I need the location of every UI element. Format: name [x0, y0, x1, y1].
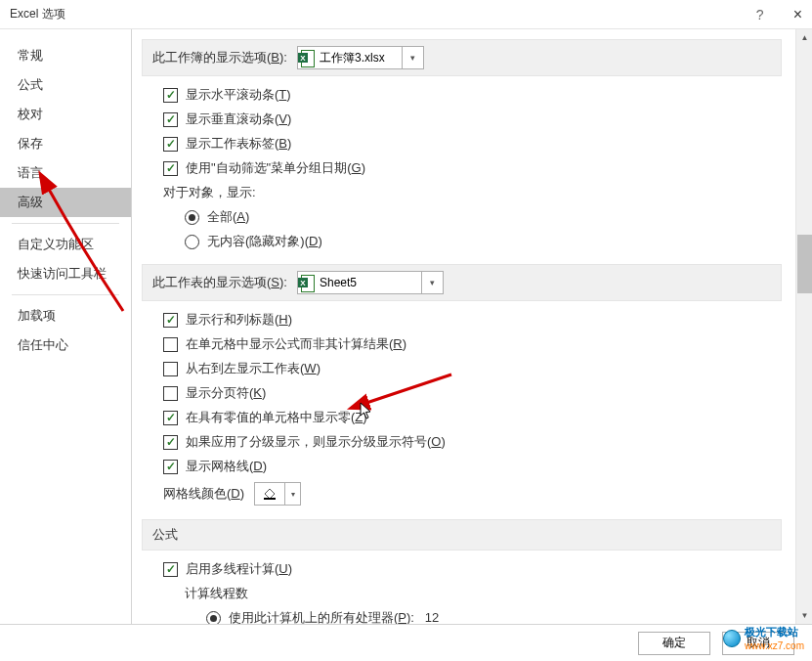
sidebar-item-trust-center[interactable]: 信任中心 — [0, 330, 131, 360]
section-formula-header: 公式 — [142, 519, 782, 551]
gridline-color-label: 网格线颜色(D) — [163, 485, 244, 503]
option-label: 全部(A) — [207, 208, 249, 226]
radio-all-processors[interactable]: 使用此计算机上的所有处理器(P): 12 — [163, 609, 782, 624]
scroll-up-icon[interactable]: ▲ — [796, 29, 812, 46]
section-workbook-header: 此工作簿的显示选项(B): 工作簿3.xlsx ▾ — [142, 39, 782, 76]
option-label: 显示分页符(K) — [186, 384, 266, 402]
checkbox[interactable] — [163, 313, 178, 328]
section-sheet-label: 此工作表的显示选项(S): — [152, 274, 287, 291]
option-show-gridlines[interactable]: 显示网格线(D) — [163, 458, 782, 475]
sidebar-separator — [12, 223, 119, 224]
option-row-col-headers[interactable]: 显示行和列标题(H) — [163, 311, 782, 329]
option-autofilter-group-dates[interactable]: 使用"自动筛选"菜单分组日期(G) — [163, 159, 782, 177]
ok-button[interactable]: 确定 — [638, 632, 710, 655]
option-page-breaks[interactable]: 显示分页符(K) — [163, 384, 782, 402]
option-outline-symbols[interactable]: 如果应用了分级显示，则显示分级显示符号(O) — [163, 433, 782, 451]
workbook-dropdown-value: 工作簿3.xlsx — [314, 50, 402, 66]
dialog-footer: 确定 取消 — [0, 624, 812, 661]
chevron-down-icon[interactable]: ▾ — [402, 47, 423, 68]
option-label: 使用"自动筛选"菜单分组日期(G) — [186, 159, 365, 177]
option-label: 启用多线程计算(U) — [186, 560, 292, 578]
option-horizontal-scrollbar[interactable]: 显示水平滚动条(T) — [163, 86, 782, 104]
checkbox[interactable] — [163, 562, 178, 577]
sidebar-separator — [12, 294, 119, 295]
radio-show-all-objects[interactable]: 全部(A) — [163, 208, 782, 226]
sidebar-item-language[interactable]: 语言 — [0, 158, 131, 188]
option-label: 显示工作表标签(B) — [186, 135, 291, 153]
sidebar-item-proofing[interactable]: 校对 — [0, 100, 131, 129]
option-label: 显示行和列标题(H) — [186, 311, 292, 329]
scroll-thumb[interactable] — [797, 235, 812, 293]
option-label: 显示垂直滚动条(V) — [186, 110, 291, 128]
sidebar-item-general[interactable]: 常规 — [0, 41, 131, 70]
checkbox[interactable] — [163, 435, 178, 450]
sidebar-item-formulas[interactable]: 公式 — [0, 70, 131, 100]
vertical-scrollbar[interactable]: ▲ ▼ — [795, 29, 812, 624]
option-label: 使用此计算机上的所有处理器(P): 12 — [229, 609, 439, 624]
radio[interactable] — [206, 611, 221, 625]
option-sheet-tabs[interactable]: 显示工作表标签(B) — [163, 135, 782, 153]
checkbox[interactable] — [163, 411, 178, 425]
sidebar-item-save[interactable]: 保存 — [0, 129, 131, 158]
section-workbook-label: 此工作簿的显示选项(B): — [152, 49, 287, 66]
workbook-dropdown[interactable]: 工作簿3.xlsx ▾ — [297, 46, 424, 69]
objects-display-label: 对于对象，显示: — [163, 184, 782, 201]
option-rtl-sheet[interactable]: 从右到左显示工作表(W) — [163, 360, 782, 377]
gridline-color-picker[interactable]: ▾ — [254, 482, 301, 506]
option-show-zero-values[interactable]: 在具有零值的单元格中显示零(Z) — [163, 409, 782, 426]
checkbox[interactable] — [163, 137, 178, 152]
option-label: 显示网格线(D) — [186, 458, 267, 475]
cancel-button[interactable]: 取消 — [722, 632, 794, 655]
excel-file-icon — [298, 50, 314, 66]
option-label: 如果应用了分级显示，则显示分级显示符号(O) — [186, 433, 446, 451]
option-label: 无内容(隐藏对象)(D) — [207, 233, 322, 250]
chevron-down-icon: ▾ — [284, 483, 300, 505]
checkbox[interactable] — [163, 112, 178, 127]
content-panel: 此工作簿的显示选项(B): 工作簿3.xlsx ▾ 显示水平滚动条(T) 显示垂… — [132, 29, 795, 624]
checkbox[interactable] — [163, 161, 178, 176]
sidebar-item-customize-ribbon[interactable]: 自定义功能区 — [0, 230, 131, 259]
chevron-down-icon[interactable]: ▾ — [421, 272, 443, 293]
option-label: 在单元格中显示公式而非其计算结果(R) — [186, 335, 406, 353]
sidebar: 常规 公式 校对 保存 语言 高级 自定义功能区 快速访问工具栏 加载项 信任中… — [0, 29, 132, 624]
checkbox[interactable] — [163, 460, 178, 474]
titlebar: Excel 选项 ? × — [0, 0, 812, 29]
checkbox[interactable] — [163, 88, 178, 103]
scroll-down-icon[interactable]: ▼ — [796, 607, 812, 624]
section-formula-title: 公式 — [152, 526, 178, 544]
radio[interactable] — [185, 210, 199, 225]
checkbox[interactable] — [163, 337, 178, 352]
window-title: Excel 选项 — [10, 6, 65, 22]
gridline-color-row: 网格线颜色(D) ▾ — [163, 482, 782, 506]
option-show-formulas[interactable]: 在单元格中显示公式而非其计算结果(R) — [163, 335, 782, 353]
checkbox[interactable] — [163, 362, 178, 376]
sidebar-item-quick-access[interactable]: 快速访问工具栏 — [0, 259, 131, 288]
sidebar-item-advanced[interactable]: 高级 — [0, 188, 131, 217]
option-vertical-scrollbar[interactable]: 显示垂直滚动条(V) — [163, 110, 782, 128]
option-label: 显示水平滚动条(T) — [186, 86, 291, 104]
help-button[interactable]: ? — [756, 7, 764, 22]
excel-sheet-icon — [298, 275, 314, 290]
section-sheet-header: 此工作表的显示选项(S): Sheet5 ▾ — [142, 264, 782, 301]
option-multithreaded-calc[interactable]: 启用多线程计算(U) — [163, 560, 782, 578]
sidebar-item-addins[interactable]: 加载项 — [0, 301, 131, 330]
radio[interactable] — [185, 235, 199, 249]
sheet-dropdown[interactable]: Sheet5 ▾ — [297, 271, 444, 294]
paint-bucket-icon — [255, 487, 284, 501]
sheet-dropdown-value: Sheet5 — [314, 276, 421, 289]
close-button[interactable]: × — [793, 6, 802, 23]
option-label: 从右到左显示工作表(W) — [186, 360, 321, 377]
radio-hide-objects[interactable]: 无内容(隐藏对象)(D) — [163, 233, 782, 250]
checkbox[interactable] — [163, 386, 178, 401]
svg-rect-0 — [264, 498, 276, 500]
thread-count-label: 计算线程数 — [163, 585, 782, 602]
option-label: 在具有零值的单元格中显示零(Z) — [186, 409, 367, 426]
